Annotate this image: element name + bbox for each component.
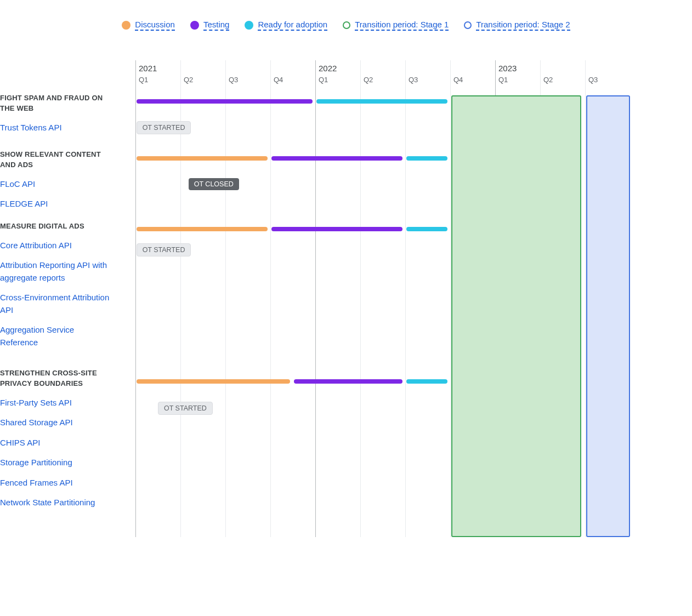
- quarter-label: Q1: [319, 76, 328, 84]
- quarter-label: Q2: [543, 76, 553, 84]
- gridline: [135, 60, 136, 537]
- gridline: [405, 60, 406, 537]
- status-badge: OT STARTED: [137, 121, 191, 134]
- api-link[interactable]: FLEDGE API: [0, 198, 110, 210]
- status-badge: OT CLOSED: [189, 178, 239, 190]
- legend-item[interactable]: Transition period: Stage 1: [343, 20, 449, 31]
- legend-label[interactable]: Transition period: Stage 1: [355, 20, 449, 31]
- legend-item[interactable]: Discussion: [122, 20, 175, 31]
- legend-item[interactable]: Ready for adoption: [245, 20, 327, 31]
- sidebar: FIGHT SPAM AND FRAUD ON THE WEBTrust Tok…: [0, 60, 135, 537]
- group-title: MEASURE DIGITAL ADS: [0, 221, 110, 232]
- transition-stage1: [451, 95, 582, 537]
- phase-bar-testing: [137, 99, 313, 104]
- quarter-label: Q1: [498, 76, 508, 84]
- transition-stage2: [586, 95, 630, 537]
- legend-dot: [343, 21, 350, 29]
- api-link[interactable]: FLoC API: [0, 178, 110, 191]
- group-title: FIGHT SPAM AND FRAUD ON THE WEB: [0, 93, 110, 114]
- api-link[interactable]: Attribution Reporting API with aggregate…: [0, 259, 110, 284]
- phase-bar-testing: [271, 227, 402, 231]
- sidebar-group: SHOW RELEVANT CONTENT AND ADSFLoC APIFLE…: [0, 150, 110, 210]
- legend-item[interactable]: Transition period: Stage 2: [464, 20, 570, 31]
- sidebar-group: FIGHT SPAM AND FRAUD ON THE WEBTrust Tok…: [0, 93, 110, 134]
- legend-label[interactable]: Ready for adoption: [258, 20, 327, 31]
- gridline: [585, 60, 586, 537]
- api-link[interactable]: CHIPS API: [0, 437, 110, 449]
- legend-dot: [464, 21, 472, 29]
- legend-label[interactable]: Discussion: [135, 20, 175, 31]
- phase-bar-discussion: [137, 227, 268, 231]
- api-link[interactable]: Shared Storage API: [0, 417, 110, 429]
- api-link[interactable]: Aggregation Service Reference: [0, 324, 110, 349]
- phase-bar-testing: [271, 156, 402, 161]
- legend-label[interactable]: Testing: [203, 20, 230, 31]
- phase-bar-ready: [406, 156, 447, 161]
- group-title: SHOW RELEVANT CONTENT AND ADS: [0, 150, 110, 170]
- api-link[interactable]: Storage Partitioning: [0, 457, 110, 469]
- status-badge: OT STARTED: [137, 243, 191, 256]
- api-link[interactable]: Network State Partitioning: [0, 497, 110, 509]
- quarter-label: Q1: [139, 76, 148, 84]
- quarter-label: Q4: [453, 76, 463, 84]
- gridline: [315, 60, 316, 537]
- legend-dot: [122, 21, 131, 30]
- api-link[interactable]: Cross-Environment Attribution API: [0, 292, 110, 316]
- legend-item[interactable]: Testing: [190, 20, 230, 31]
- status-badge: OT STARTED: [158, 402, 213, 415]
- group-title: STRENGTHEN CROSS-SITE PRIVACY BOUNDARIES: [0, 368, 110, 389]
- phase-bar-discussion: [137, 379, 290, 384]
- year-label: 2023: [498, 64, 517, 73]
- gridline: [450, 60, 451, 537]
- api-link[interactable]: Core Attribution API: [0, 239, 110, 252]
- phase-bar-ready: [406, 379, 447, 384]
- year-label: 2022: [319, 64, 337, 73]
- legend-dot: [245, 21, 253, 30]
- timeline-area: 202120222023Q1Q2Q3Q4Q1Q2Q3Q4Q1Q2Q3OT STA…: [135, 60, 692, 537]
- quarter-label: Q3: [229, 76, 238, 84]
- gridline: [360, 60, 361, 537]
- api-link[interactable]: First-Party Sets API: [0, 397, 110, 409]
- quarter-label: Q3: [588, 76, 598, 84]
- api-link[interactable]: Trust Tokens API: [0, 122, 110, 134]
- timeline-chart: FIGHT SPAM AND FRAUD ON THE WEBTrust Tok…: [0, 60, 692, 537]
- phase-bar-ready: [406, 227, 447, 231]
- quarter-label: Q2: [364, 76, 373, 84]
- phase-bar-discussion: [137, 156, 268, 161]
- phase-bar-testing: [294, 379, 402, 384]
- legend-dot: [190, 21, 199, 30]
- quarter-label: Q2: [184, 76, 193, 84]
- phase-bar-ready: [316, 99, 447, 104]
- gridline: [225, 60, 226, 537]
- quarter-label: Q4: [274, 76, 283, 84]
- quarter-label: Q3: [409, 76, 418, 84]
- sidebar-group: STRENGTHEN CROSS-SITE PRIVACY BOUNDARIES…: [0, 368, 110, 509]
- api-link[interactable]: Fenced Frames API: [0, 477, 110, 489]
- legend-row: DiscussionTestingReady for adoptionTrans…: [0, 20, 692, 31]
- year-label: 2021: [139, 64, 157, 73]
- gridline: [270, 60, 271, 537]
- sidebar-group: MEASURE DIGITAL ADSCore Attribution APIA…: [0, 221, 110, 349]
- legend-label[interactable]: Transition period: Stage 2: [476, 20, 570, 31]
